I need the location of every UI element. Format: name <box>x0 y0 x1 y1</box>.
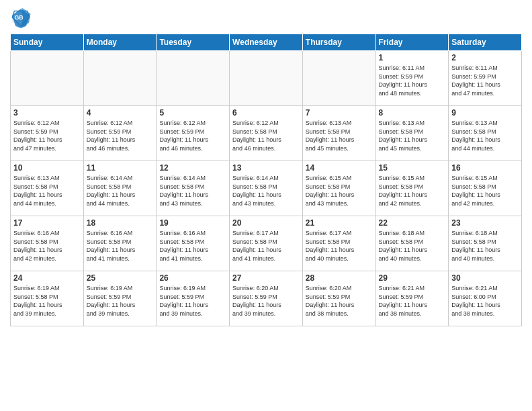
day-number: 2 <box>451 53 519 62</box>
day-info: Sunrise: 6:15 AM Sunset: 5:58 PM Dayligh… <box>306 174 373 208</box>
day-number: 30 <box>451 273 519 283</box>
svg-text:GB: GB <box>14 14 23 21</box>
day-number: 22 <box>379 218 446 228</box>
weekday-header: Sunday <box>11 34 84 51</box>
calendar-cell: 13Sunrise: 6:14 AM Sunset: 5:58 PM Dayli… <box>230 161 303 216</box>
day-info: Sunrise: 6:18 AM Sunset: 5:58 PM Dayligh… <box>451 229 519 263</box>
calendar-cell: 24Sunrise: 6:19 AM Sunset: 5:58 PM Dayli… <box>11 271 84 326</box>
calendar-cell: 15Sunrise: 6:15 AM Sunset: 5:58 PM Dayli… <box>375 161 449 216</box>
day-number: 29 <box>379 273 446 283</box>
day-number: 27 <box>232 273 300 283</box>
calendar-cell: 14Sunrise: 6:15 AM Sunset: 5:58 PM Dayli… <box>302 161 375 216</box>
calendar-cell: 21Sunrise: 6:17 AM Sunset: 5:58 PM Dayli… <box>302 216 375 271</box>
calendar-week-row: 17Sunrise: 6:16 AM Sunset: 5:58 PM Dayli… <box>11 216 522 271</box>
day-info: Sunrise: 6:12 AM Sunset: 5:58 PM Dayligh… <box>232 119 300 152</box>
day-info: Sunrise: 6:18 AM Sunset: 5:58 PM Dayligh… <box>379 229 446 263</box>
day-info: Sunrise: 6:13 AM Sunset: 5:58 PM Dayligh… <box>451 119 519 152</box>
calendar-cell: 8Sunrise: 6:13 AM Sunset: 5:58 PM Daylig… <box>375 106 449 161</box>
day-number: 15 <box>379 163 446 173</box>
day-info: Sunrise: 6:15 AM Sunset: 5:58 PM Dayligh… <box>379 174 446 208</box>
day-number: 16 <box>451 163 519 173</box>
calendar-cell: 27Sunrise: 6:20 AM Sunset: 5:59 PM Dayli… <box>230 271 303 326</box>
calendar-cell <box>230 51 303 106</box>
calendar-cell: 18Sunrise: 6:16 AM Sunset: 5:58 PM Dayli… <box>83 216 157 271</box>
day-info: Sunrise: 6:16 AM Sunset: 5:58 PM Dayligh… <box>159 229 226 263</box>
day-number: 28 <box>306 273 373 283</box>
day-number: 19 <box>159 218 226 228</box>
calendar-cell: 26Sunrise: 6:19 AM Sunset: 5:59 PM Dayli… <box>157 271 230 326</box>
day-info: Sunrise: 6:12 AM Sunset: 5:59 PM Dayligh… <box>87 119 154 152</box>
calendar-cell: 4Sunrise: 6:12 AM Sunset: 5:59 PM Daylig… <box>83 106 157 161</box>
day-info: Sunrise: 6:14 AM Sunset: 5:58 PM Dayligh… <box>159 174 226 208</box>
weekday-header: Monday <box>83 34 157 51</box>
day-info: Sunrise: 6:20 AM Sunset: 5:59 PM Dayligh… <box>306 284 373 318</box>
day-number: 6 <box>232 108 300 118</box>
weekday-header: Saturday <box>449 34 522 51</box>
calendar-cell: 20Sunrise: 6:17 AM Sunset: 5:58 PM Dayli… <box>230 216 303 271</box>
calendar-cell: 30Sunrise: 6:21 AM Sunset: 6:00 PM Dayli… <box>449 271 522 326</box>
day-info: Sunrise: 6:20 AM Sunset: 5:59 PM Dayligh… <box>232 284 300 318</box>
day-number: 11 <box>87 163 154 173</box>
day-info: Sunrise: 6:14 AM Sunset: 5:58 PM Dayligh… <box>232 174 300 208</box>
calendar-cell <box>83 51 157 106</box>
day-number: 25 <box>87 273 154 283</box>
day-info: Sunrise: 6:12 AM Sunset: 5:59 PM Dayligh… <box>159 119 226 152</box>
day-number: 7 <box>306 108 373 118</box>
day-number: 14 <box>306 163 373 173</box>
calendar-cell: 16Sunrise: 6:15 AM Sunset: 5:58 PM Dayli… <box>449 161 522 216</box>
calendar: SundayMondayTuesdayWednesdayThursdayFrid… <box>10 34 522 326</box>
calendar-cell: 11Sunrise: 6:14 AM Sunset: 5:58 PM Dayli… <box>83 161 157 216</box>
calendar-week-row: 3Sunrise: 6:12 AM Sunset: 5:59 PM Daylig… <box>11 106 522 161</box>
day-info: Sunrise: 6:19 AM Sunset: 5:59 PM Dayligh… <box>159 284 226 318</box>
calendar-cell: 2Sunrise: 6:11 AM Sunset: 5:59 PM Daylig… <box>449 51 522 106</box>
calendar-cell: 25Sunrise: 6:19 AM Sunset: 5:59 PM Dayli… <box>83 271 157 326</box>
calendar-cell: 22Sunrise: 6:18 AM Sunset: 5:58 PM Dayli… <box>375 216 449 271</box>
day-info: Sunrise: 6:19 AM Sunset: 5:59 PM Dayligh… <box>87 284 154 318</box>
day-number: 17 <box>13 218 81 228</box>
page: GB SundayMondayTuesdayWednesdayThursdayF… <box>0 0 532 411</box>
day-number: 21 <box>306 218 373 228</box>
day-info: Sunrise: 6:12 AM Sunset: 5:59 PM Dayligh… <box>13 119 81 152</box>
weekday-header: Thursday <box>302 34 375 51</box>
calendar-week-row: 1Sunrise: 6:11 AM Sunset: 5:59 PM Daylig… <box>11 51 522 106</box>
calendar-cell: 19Sunrise: 6:16 AM Sunset: 5:58 PM Dayli… <box>157 216 230 271</box>
calendar-cell: 3Sunrise: 6:12 AM Sunset: 5:59 PM Daylig… <box>11 106 84 161</box>
calendar-cell: 12Sunrise: 6:14 AM Sunset: 5:58 PM Dayli… <box>157 161 230 216</box>
day-number: 5 <box>159 108 226 118</box>
calendar-cell: 10Sunrise: 6:13 AM Sunset: 5:58 PM Dayli… <box>11 161 84 216</box>
calendar-cell: 29Sunrise: 6:21 AM Sunset: 5:59 PM Dayli… <box>375 271 449 326</box>
calendar-cell <box>302 51 375 106</box>
weekday-header: Tuesday <box>157 34 230 51</box>
day-info: Sunrise: 6:21 AM Sunset: 5:59 PM Dayligh… <box>379 284 446 318</box>
day-number: 18 <box>87 218 154 228</box>
day-info: Sunrise: 6:14 AM Sunset: 5:58 PM Dayligh… <box>87 174 154 208</box>
day-info: Sunrise: 6:11 AM Sunset: 5:59 PM Dayligh… <box>379 64 446 97</box>
logo: GB <box>10 7 34 28</box>
day-info: Sunrise: 6:11 AM Sunset: 5:59 PM Dayligh… <box>451 64 519 97</box>
day-info: Sunrise: 6:13 AM Sunset: 5:58 PM Dayligh… <box>379 119 446 152</box>
calendar-cell: 9Sunrise: 6:13 AM Sunset: 5:58 PM Daylig… <box>449 106 522 161</box>
day-number: 23 <box>451 218 519 228</box>
calendar-cell <box>157 51 230 106</box>
day-number: 9 <box>451 108 519 118</box>
calendar-cell: 1Sunrise: 6:11 AM Sunset: 5:59 PM Daylig… <box>375 51 449 106</box>
day-number: 20 <box>232 218 300 228</box>
weekday-header: Wednesday <box>230 34 303 51</box>
calendar-cell: 7Sunrise: 6:13 AM Sunset: 5:58 PM Daylig… <box>302 106 375 161</box>
day-number: 13 <box>232 163 300 173</box>
weekday-header: Friday <box>375 34 449 51</box>
calendar-cell: 17Sunrise: 6:16 AM Sunset: 5:58 PM Dayli… <box>11 216 84 271</box>
day-info: Sunrise: 6:19 AM Sunset: 5:58 PM Dayligh… <box>13 284 81 318</box>
day-number: 4 <box>87 108 154 118</box>
calendar-cell <box>11 51 84 106</box>
calendar-cell: 5Sunrise: 6:12 AM Sunset: 5:59 PM Daylig… <box>157 106 230 161</box>
day-number: 12 <box>159 163 226 173</box>
logo-icon: GB <box>10 7 32 28</box>
calendar-cell: 6Sunrise: 6:12 AM Sunset: 5:58 PM Daylig… <box>230 106 303 161</box>
day-info: Sunrise: 6:15 AM Sunset: 5:58 PM Dayligh… <box>451 174 519 208</box>
calendar-cell: 28Sunrise: 6:20 AM Sunset: 5:59 PM Dayli… <box>302 271 375 326</box>
day-info: Sunrise: 6:17 AM Sunset: 5:58 PM Dayligh… <box>232 229 300 263</box>
day-info: Sunrise: 6:21 AM Sunset: 6:00 PM Dayligh… <box>451 284 519 318</box>
calendar-week-row: 24Sunrise: 6:19 AM Sunset: 5:58 PM Dayli… <box>11 271 522 326</box>
calendar-header-row: SundayMondayTuesdayWednesdayThursdayFrid… <box>11 34 522 51</box>
